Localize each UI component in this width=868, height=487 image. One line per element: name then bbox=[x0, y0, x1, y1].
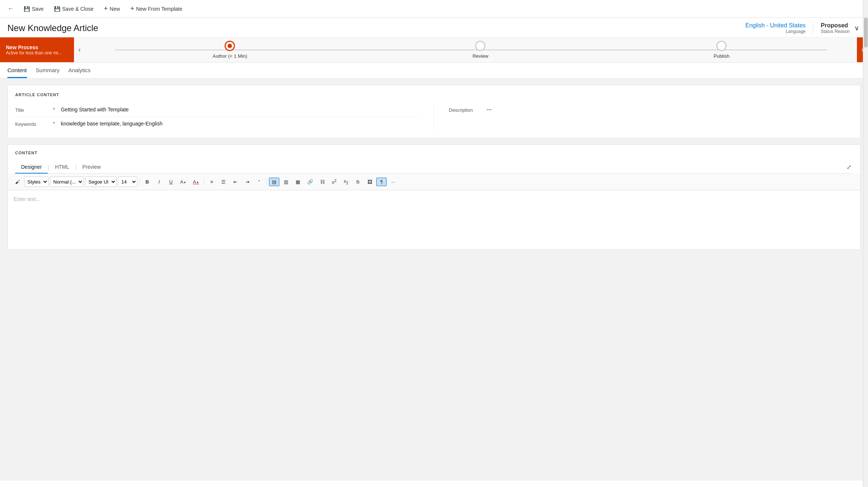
link-icon: 🔗 bbox=[307, 179, 313, 185]
toolbar-sep-3 bbox=[266, 178, 267, 185]
align-justify-icon: ▦ bbox=[296, 179, 300, 185]
link-button[interactable]: 🔗 bbox=[305, 178, 316, 186]
align-center-button[interactable]: ▤ bbox=[269, 178, 279, 186]
page-header: New Knowledge Article English - United S… bbox=[0, 18, 868, 37]
outdent-icon: ⇤ bbox=[233, 179, 238, 185]
field-value-title[interactable]: Getting Started with Template bbox=[61, 107, 128, 112]
align-left-button[interactable]: ≡ bbox=[206, 178, 217, 186]
subscript-icon: x2 bbox=[344, 178, 349, 185]
styles-select[interactable]: Styles bbox=[24, 177, 48, 187]
status-section: Proposed Status Reason ∨ bbox=[813, 22, 861, 34]
paragraph-button[interactable]: ¶ bbox=[376, 178, 387, 186]
new-label: New bbox=[110, 6, 120, 12]
more-button[interactable]: ··· bbox=[388, 178, 398, 186]
save-close-button[interactable]: 💾 Save & Close bbox=[50, 4, 97, 14]
unlink-button[interactable]: ⛓ bbox=[317, 178, 327, 186]
new-icon: + bbox=[104, 5, 108, 13]
scrollbar[interactable] bbox=[863, 0, 868, 481]
page-title: New Knowledge Article bbox=[7, 23, 98, 33]
expand-area: ⤢ bbox=[845, 164, 853, 171]
italic-button[interactable]: I bbox=[154, 178, 164, 186]
align-justify-button[interactable]: ▦ bbox=[293, 178, 303, 186]
underline-button[interactable]: U bbox=[166, 178, 176, 186]
italic-icon: I bbox=[158, 179, 160, 185]
align-center-icon: ▤ bbox=[272, 179, 276, 185]
editor-toolbar: 🖌 Styles Normal (... Segoe UI 14 B I U bbox=[8, 174, 860, 190]
size-select[interactable]: 14 bbox=[118, 177, 137, 187]
align-right-button[interactable]: ▥ bbox=[281, 178, 291, 186]
language-section: English - United States Language bbox=[746, 22, 814, 34]
process-tag-subtitle: Active for less than one mi... bbox=[6, 50, 68, 56]
image-button[interactable]: 🖼 bbox=[364, 178, 375, 186]
content-section-title: CONTENT bbox=[15, 151, 853, 155]
field-label-keywords: Keywords bbox=[15, 121, 48, 127]
more-icon: ··· bbox=[391, 179, 396, 185]
scrollbar-thumb[interactable] bbox=[864, 18, 868, 47]
superscript-icon: x2 bbox=[332, 178, 337, 185]
process-step-publish[interactable]: Publish bbox=[714, 41, 730, 59]
align-right-icon: ▥ bbox=[284, 179, 288, 185]
content-tab-designer[interactable]: Designer bbox=[15, 161, 48, 174]
content-tab-preview[interactable]: Preview bbox=[76, 161, 107, 174]
subscript-button[interactable]: x2 bbox=[341, 177, 351, 187]
chevron-left-icon: ‹ bbox=[78, 46, 81, 54]
expand-icon[interactable]: ⤢ bbox=[845, 162, 853, 172]
outdent-button[interactable]: ⇤ bbox=[230, 178, 240, 186]
bold-button[interactable]: B bbox=[142, 178, 152, 186]
highlight-button[interactable]: A▼ bbox=[178, 178, 189, 186]
process-step-author[interactable]: Author (< 1 Min) bbox=[213, 41, 248, 59]
align-left-icon: ≡ bbox=[210, 179, 213, 185]
bullets-button[interactable]: ☰ bbox=[218, 178, 229, 186]
toolbar-sep-1 bbox=[139, 178, 140, 185]
editor-placeholder: Enter text... bbox=[14, 196, 40, 202]
strikethrough-button[interactable]: S bbox=[353, 178, 363, 186]
font-color-icon: A▼ bbox=[193, 179, 199, 185]
superscript-button[interactable]: x2 bbox=[329, 177, 339, 187]
editor-area[interactable]: Enter text... bbox=[8, 190, 860, 249]
font-color-button[interactable]: A▼ bbox=[191, 178, 202, 186]
paint-bucket-button[interactable]: 🖌 bbox=[12, 178, 23, 186]
form-right: Description --- bbox=[434, 103, 853, 131]
status-label: Status Reason bbox=[821, 29, 850, 34]
content-card-header: CONTENT Designer | HTML | Preview ⤢ bbox=[8, 145, 860, 174]
tab-summary[interactable]: Summary bbox=[36, 63, 60, 78]
process-nav-left[interactable]: ‹ bbox=[74, 37, 85, 62]
save-close-icon: 💾 bbox=[54, 6, 60, 12]
process-tag: New Process Active for less than one mi.… bbox=[0, 37, 74, 62]
content-editor-card: CONTENT Designer | HTML | Preview ⤢ bbox=[7, 144, 861, 250]
underline-icon: U bbox=[169, 179, 172, 185]
tab-content[interactable]: Content bbox=[7, 63, 27, 78]
process-steps: Author (< 1 Min) Review Publish bbox=[85, 37, 857, 62]
quote-icon: " bbox=[258, 179, 260, 185]
save-button[interactable]: 💾 Save bbox=[20, 4, 47, 14]
new-button[interactable]: + New bbox=[100, 3, 124, 14]
content-tab-html[interactable]: HTML bbox=[49, 161, 75, 174]
step-label-review: Review bbox=[472, 53, 488, 59]
required-indicator-title: * bbox=[53, 107, 55, 112]
status-dropdown-arrow[interactable]: ∨ bbox=[853, 23, 861, 34]
field-description: Description --- bbox=[449, 103, 853, 117]
step-circle-review bbox=[475, 41, 485, 51]
format-select[interactable]: Normal (... bbox=[50, 177, 84, 187]
article-content-card: ARTICLE CONTENT Title * Getting Started … bbox=[7, 85, 861, 138]
quote-button[interactable]: " bbox=[254, 178, 264, 186]
bullets-icon: ☰ bbox=[221, 179, 226, 185]
new-from-template-button[interactable]: + New From Template bbox=[127, 3, 186, 14]
language-label: Language bbox=[786, 29, 805, 34]
article-content-title: ARTICLE CONTENT bbox=[15, 93, 853, 97]
font-select[interactable]: Segoe UI bbox=[85, 177, 117, 187]
indent-icon: ⇥ bbox=[245, 179, 249, 185]
language-link[interactable]: English - United States bbox=[746, 22, 806, 29]
main-toolbar: ← 💾 Save 💾 Save & Close + New + New From… bbox=[0, 0, 868, 18]
paragraph-icon: ¶ bbox=[380, 179, 383, 185]
bold-icon: B bbox=[145, 179, 149, 185]
highlight-icon: A▼ bbox=[180, 179, 186, 185]
process-step-review[interactable]: Review bbox=[472, 41, 488, 59]
tab-analytics[interactable]: Analytics bbox=[68, 63, 91, 78]
content-tab-html-label: HTML bbox=[55, 164, 69, 170]
field-value-keywords[interactable]: knowledge base template, language-Englis… bbox=[61, 121, 162, 127]
field-value-description[interactable]: --- bbox=[487, 107, 492, 112]
indent-button[interactable]: ⇥ bbox=[242, 178, 252, 186]
back-button[interactable]: ← bbox=[4, 3, 17, 14]
status-value: Proposed bbox=[821, 22, 850, 29]
